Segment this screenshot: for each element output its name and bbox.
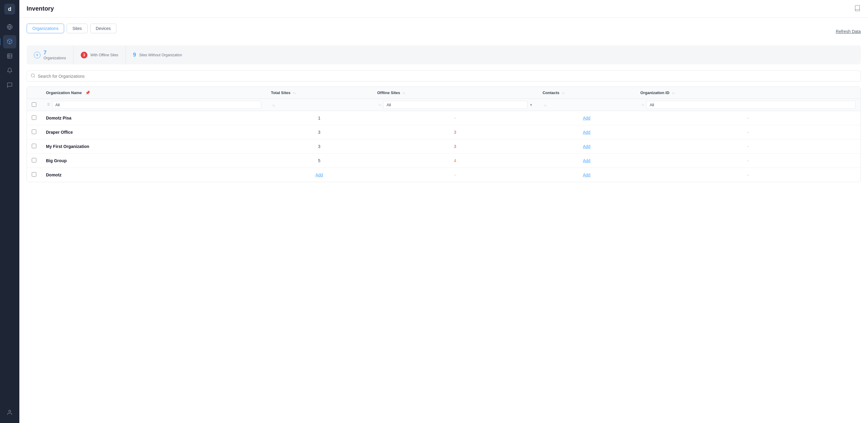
table-row: Big Group 5 4 Add - xyxy=(27,154,861,168)
add-contact-link[interactable]: Add xyxy=(583,130,590,134)
sidebar: d xyxy=(0,0,19,423)
total-sites-cell: 3 xyxy=(266,125,373,140)
org-name-cell: Domotz Pisa xyxy=(41,111,266,125)
add-organization-button[interactable]: + xyxy=(34,52,40,58)
row-checkbox-cell xyxy=(27,154,41,168)
org-name-cell: My First Organization xyxy=(41,140,266,154)
total-sites-cell: Add xyxy=(266,168,373,182)
sidebar-item-globe[interactable] xyxy=(3,21,16,34)
search-icon xyxy=(31,73,35,79)
sort-contacts-filter[interactable]: ↑↓ xyxy=(544,104,547,107)
sort-icon-total-sites: ↑↓ xyxy=(293,91,296,95)
alert-badge: 3 xyxy=(81,52,87,58)
globe-icon xyxy=(7,24,13,31)
app-logo[interactable]: d xyxy=(4,4,15,14)
stat-sites-number: 9 xyxy=(133,52,136,58)
contacts-cell: Add xyxy=(538,154,636,168)
svg-rect-2 xyxy=(7,54,12,58)
total-sites-cell: 5 xyxy=(266,154,373,168)
tab-sites[interactable]: Sites xyxy=(66,24,87,33)
sidebar-item-support[interactable] xyxy=(3,79,16,92)
search-bar xyxy=(27,70,861,82)
table-icon xyxy=(7,53,13,60)
filter-checkbox-cell xyxy=(27,99,41,111)
stat-offline-sites[interactable]: 3 With Offline Sites xyxy=(73,46,126,64)
sort-total-sites-filter[interactable]: ↑↓ xyxy=(272,104,275,107)
org-id-cell: - xyxy=(636,125,861,140)
sort-org-id-filter[interactable]: ↑↓ xyxy=(642,103,645,107)
tabs-row: Organizations Sites Devices Refresh Data xyxy=(27,24,861,39)
col-offline-sites[interactable]: Offline Sites ↑↓ xyxy=(372,87,538,99)
row-checkbox-cell xyxy=(27,168,41,182)
org-name-cell: Domotz xyxy=(41,168,266,182)
sort-offline-filter[interactable]: ↑↓ xyxy=(378,103,381,107)
org-id-cell: - xyxy=(636,154,861,168)
offline-sites-cell: 4 xyxy=(372,154,538,168)
add-contact-link[interactable]: Add xyxy=(583,116,590,120)
sidebar-item-account[interactable] xyxy=(3,406,16,419)
offline-sites-cell: - xyxy=(372,111,538,125)
filter-org-id-input[interactable] xyxy=(646,101,856,109)
stat-offline-info: With Offline Sites xyxy=(90,53,118,57)
row-checkbox[interactable] xyxy=(32,158,36,162)
filter-offline-select[interactable]: All With Offline Without Offline xyxy=(383,101,527,109)
svg-line-5 xyxy=(34,77,35,78)
col-total-sites[interactable]: Total Sites ↑↓ xyxy=(266,87,373,99)
filter-name-cell xyxy=(41,99,266,111)
refresh-data-link[interactable]: Refresh Data xyxy=(836,29,861,34)
total-sites-cell: 3 xyxy=(266,140,373,154)
table-filter-row: ↑↓ ↑↓ All With Offline Without Offline xyxy=(27,99,861,111)
tab-devices[interactable]: Devices xyxy=(90,24,117,33)
table-row: Domotz Add - Add - xyxy=(27,168,861,182)
org-id-cell: - xyxy=(636,168,861,182)
chat-icon xyxy=(7,82,13,89)
col-org-id[interactable]: Organization ID ↑↓ xyxy=(636,87,861,99)
offline-sites-cell: 3 xyxy=(372,140,538,154)
cube-icon xyxy=(7,38,13,46)
page-title: Inventory xyxy=(27,5,54,12)
select-all-checkbox[interactable] xyxy=(32,102,36,107)
select-all-header xyxy=(27,87,41,99)
add-contact-link[interactable]: Add xyxy=(583,158,590,163)
col-contacts[interactable]: Contacts ↑↓ xyxy=(538,87,636,99)
row-checkbox[interactable] xyxy=(32,172,36,177)
row-checkbox-cell xyxy=(27,125,41,140)
stat-orgs-info: 7 Organizations xyxy=(43,50,66,60)
contacts-cell: Add xyxy=(538,125,636,140)
sidebar-item-reports[interactable] xyxy=(3,50,16,63)
table-row: Domotz Pisa 1 - Add - xyxy=(27,111,861,125)
col-org-name[interactable]: Organization Name 📌 xyxy=(41,87,266,99)
book-icon[interactable] xyxy=(854,5,861,12)
sort-icon-org-id: ↑↓ xyxy=(672,91,675,95)
bell-icon xyxy=(7,67,13,74)
org-name-cell: Big Group xyxy=(41,154,266,168)
offline-sites-cell: 3 xyxy=(372,125,538,140)
stat-sites-without-org[interactable]: 9 Sites Without Organization xyxy=(126,46,189,64)
add-sites-link[interactable]: Add xyxy=(315,173,323,177)
sort-icon-offline-sites: ↑↓ xyxy=(403,91,406,95)
add-contact-link[interactable]: Add xyxy=(583,144,590,149)
stat-orgs-label: Organizations xyxy=(43,56,66,60)
stats-bar: + 7 Organizations 3 With Offline Sites 9… xyxy=(27,46,861,64)
filter-offline-sites-cell: ↑↓ All With Offline Without Offline ▼ xyxy=(372,99,538,111)
row-checkbox[interactable] xyxy=(32,129,36,134)
search-input[interactable] xyxy=(38,74,128,79)
sidebar-item-inventory[interactable] xyxy=(3,35,16,49)
content-area: Organizations Sites Devices Refresh Data… xyxy=(19,18,868,423)
stat-offline-label: With Offline Sites xyxy=(90,53,118,57)
filter-name-input[interactable] xyxy=(52,101,261,109)
row-checkbox[interactable] xyxy=(32,115,36,120)
stat-organizations[interactable]: + 7 Organizations xyxy=(27,46,73,64)
tab-organizations[interactable]: Organizations xyxy=(27,24,64,33)
contacts-cell: Add xyxy=(538,140,636,154)
row-checkbox[interactable] xyxy=(32,144,36,148)
table-header-row: Organization Name 📌 Total Sites ↑↓ Offli… xyxy=(27,87,861,99)
svg-point-3 xyxy=(9,410,11,412)
user-icon xyxy=(7,410,13,416)
add-contact-link[interactable]: Add xyxy=(583,173,590,177)
org-id-cell: - xyxy=(636,111,861,125)
sidebar-item-alerts[interactable] xyxy=(3,64,16,78)
chevron-down-icon: ▼ xyxy=(529,103,533,107)
org-name-cell: Draper Office xyxy=(41,125,266,140)
row-checkbox-cell xyxy=(27,111,41,125)
